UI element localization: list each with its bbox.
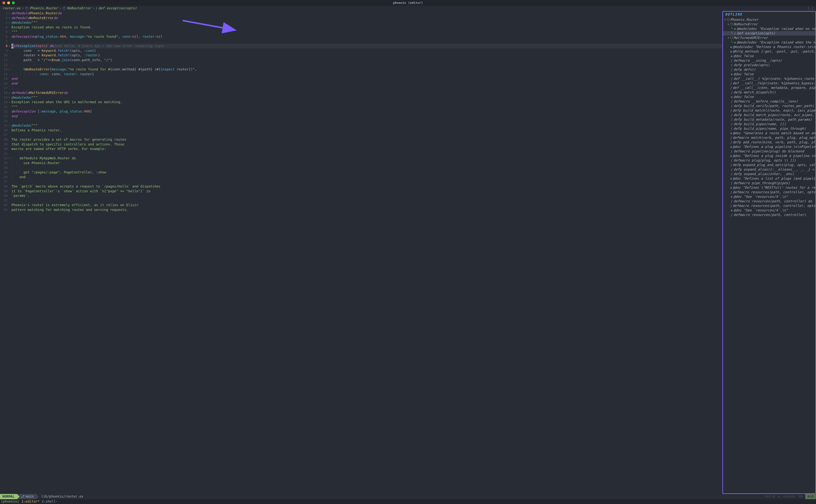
chevron-down-icon[interactable]: [727, 131, 730, 135]
code-line[interactable]: [11, 39, 722, 44]
outline-item[interactable]: 𝑓 defmacro resources(path, controller, o…: [723, 190, 815, 194]
code-line[interactable]: Exception raised when no route is found.: [11, 25, 722, 30]
chevron-down-icon[interactable]: [727, 149, 730, 154]
chevron-down-icon[interactable]: [727, 113, 730, 117]
chevron-down-icon[interactable]: [727, 108, 730, 113]
outline-item[interactable]: 𝑓 defp build_verify(path, routes_per_pat…: [723, 104, 815, 108]
minimize-icon[interactable]: [7, 1, 10, 4]
outline-item[interactable]: 𝑓 defp prelude(opts): [723, 63, 815, 67]
code-line[interactable]: │ end: [11, 175, 722, 180]
code-line[interactable]: """: [11, 30, 722, 34]
editor-pane[interactable]: 1v2v3v4 5 6 7 8v9 10 11 12 13v14 15 16 1…: [0, 11, 722, 494]
outline-item[interactable]: ❋ @doc "Defines a plug pipeline.\n\nPipe…: [723, 145, 815, 149]
line-number[interactable]: 1v: [0, 11, 10, 16]
chevron-down-icon[interactable]: [727, 213, 730, 217]
outline-item[interactable]: 𝑓 defmacro plug(plug, opts \\ []): [723, 158, 815, 163]
chevron-down-icon[interactable]: └: [731, 27, 733, 31]
outline-item[interactable]: 𝑓 defp build_pipes(name, pipe_through): [723, 126, 815, 131]
code-line[interactable]: defmodule Phoenix.Router do: [11, 11, 722, 16]
line-number[interactable]: 36: [0, 175, 10, 180]
code-line[interactable]: [11, 198, 722, 203]
outline-item[interactable]: ❋ @doc false: [723, 72, 815, 76]
code-line[interactable]: @moduledoc """: [11, 123, 722, 128]
code-line[interactable]: """: [11, 105, 722, 109]
line-number[interactable]: 43: [0, 208, 10, 212]
code-line[interactable]: it to `PageController`'s `show` action w…: [11, 189, 722, 194]
line-number[interactable]: 34: [0, 166, 10, 170]
chevron-down-icon[interactable]: [727, 154, 730, 158]
outline-item[interactable]: ❋ @moduledoc "Defines a Phoenix router.\…: [723, 45, 815, 49]
chevron-down-icon[interactable]: [727, 99, 730, 104]
line-number[interactable]: 15: [0, 76, 10, 81]
outline-item[interactable]: 𝑓 def __call__(conn, metadata, prepare, …: [723, 86, 815, 90]
chevron-down-icon[interactable]: [727, 67, 730, 72]
line-number[interactable]: 33: [0, 161, 10, 166]
outline-item[interactable]: 𝑓 defmacro pipe_through(pipes): [723, 181, 815, 185]
line-number[interactable]: 11: [0, 58, 10, 63]
outline-item[interactable]: 𝑓 defp add_route(kind, verb, path, plug,…: [723, 140, 815, 145]
chevron-down-icon[interactable]: [727, 158, 730, 163]
chevron-down-icon[interactable]: [727, 140, 730, 145]
line-number[interactable]: 42: [0, 203, 10, 208]
code-line[interactable]: path = "/" <> Enum.join(conn.path_info, …: [11, 58, 722, 63]
code-line[interactable]: Defines a Phoenix router.: [11, 128, 722, 133]
code-line[interactable]: @moduledoc """: [11, 95, 722, 100]
chevron-down-icon[interactable]: [727, 117, 730, 122]
breadcrumb-seg-1[interactable]: NoRouteError: [67, 6, 91, 11]
code-line[interactable]: │: [11, 119, 722, 123]
outline-item[interactable]: └❋ @moduledoc "Exception raised when no …: [723, 27, 815, 31]
outline-item[interactable]: ▾⬡ MalformedURIError: [723, 36, 815, 40]
chevron-down-icon[interactable]: [727, 163, 730, 167]
code-line[interactable]: │: [11, 86, 722, 91]
line-number[interactable]: 27: [0, 133, 10, 137]
line-number[interactable]: 35: [0, 170, 10, 175]
code-line[interactable]: def exception(opts) do José Valim, 8 yea…: [11, 44, 722, 48]
line-number[interactable]: 26: [0, 128, 10, 133]
outline-item[interactable]: 𝑓 def __call__( %{private: %{phoenix_rou…: [723, 76, 815, 81]
code-line[interactable]: Phoenix's router is extremely efficient,…: [11, 203, 722, 208]
outline-item[interactable]: ❋ @doc "See `resources/4`.\n": [723, 208, 815, 213]
chevron-down-icon[interactable]: [727, 49, 730, 54]
line-number[interactable]: 2v: [0, 16, 10, 21]
code-line[interactable]: macros are named after HTTP verbs. For e…: [11, 147, 722, 151]
code-line[interactable]: The router provides a set of macros for …: [11, 137, 722, 142]
code-line[interactable]: end: [11, 81, 722, 86]
line-number[interactable]: 9: [0, 48, 10, 53]
chevron-down-icon[interactable]: [727, 190, 730, 194]
tmux-window[interactable]: 2:shell-: [42, 499, 58, 503]
outline-item[interactable]: ❋ @doc false: [723, 54, 815, 58]
code-line[interactable]: [11, 179, 722, 184]
line-number-gutter[interactable]: 1v2v3v4 5 6 7 8v9 10 11 12 13v14 15 16 1…: [0, 11, 11, 494]
code-line[interactable]: pattern matching for matching routes and…: [11, 208, 722, 212]
chevron-down-icon[interactable]: [727, 72, 730, 76]
chevron-down-icon[interactable]: [727, 167, 730, 172]
outline-item[interactable]: 𝑓 defmacro __before_compile__(env): [723, 99, 815, 104]
outline-item[interactable]: ❋ @doc false: [723, 95, 815, 99]
outline-item[interactable]: └❋ @moduledoc "Exception raised when the…: [723, 40, 815, 45]
outline-item[interactable]: 𝑓 def __call__(%{private: %{phoenix_bypa…: [723, 81, 815, 86]
chevron-down-icon[interactable]: [727, 185, 730, 190]
outline-item[interactable]: ❋ @doc "See `resources/4`.\n": [723, 194, 815, 199]
line-number[interactable]: 29: [0, 142, 10, 147]
line-number[interactable]: 17: [0, 86, 10, 91]
code-line[interactable]: defmodule NoRouteError do: [11, 16, 722, 21]
tmux-session[interactable]: [phoenix]: [1, 499, 19, 504]
line-number[interactable]: 37: [0, 179, 10, 184]
code-line[interactable]: [11, 151, 722, 156]
outline-item[interactable]: 𝑓 defmacro __using__(opts): [723, 58, 815, 63]
code-area[interactable]: defmodule Phoenix.Router do defmodule No…: [11, 11, 722, 494]
zoom-icon[interactable]: [12, 1, 15, 4]
line-number[interactable]: 12: [0, 63, 10, 67]
chevron-down-icon[interactable]: [727, 135, 730, 140]
chevron-down-icon[interactable]: [727, 63, 730, 67]
code-line[interactable]: │ │ │ │ │ │ │ conn: conn, router: router…: [11, 72, 722, 77]
line-number[interactable]: 39: [0, 189, 10, 194]
line-number[interactable]: 19v: [0, 95, 10, 100]
code-line[interactable]: [11, 133, 722, 137]
line-number[interactable]: 31: [0, 151, 10, 156]
breadcrumb[interactable]: router.ex > ⬡ Phoenix.Router > ⬡ NoRoute…: [0, 6, 816, 11]
outline-item[interactable]: ❋ @doc "Defines a list of plugs (and pip…: [723, 176, 815, 181]
code-line[interactable]: conn = Keyword.fetch!(opts, :conn): [11, 48, 722, 53]
line-number[interactable]: 40: [0, 193, 10, 198]
code-line[interactable]: Exception raised when the URI is malform…: [11, 100, 722, 105]
